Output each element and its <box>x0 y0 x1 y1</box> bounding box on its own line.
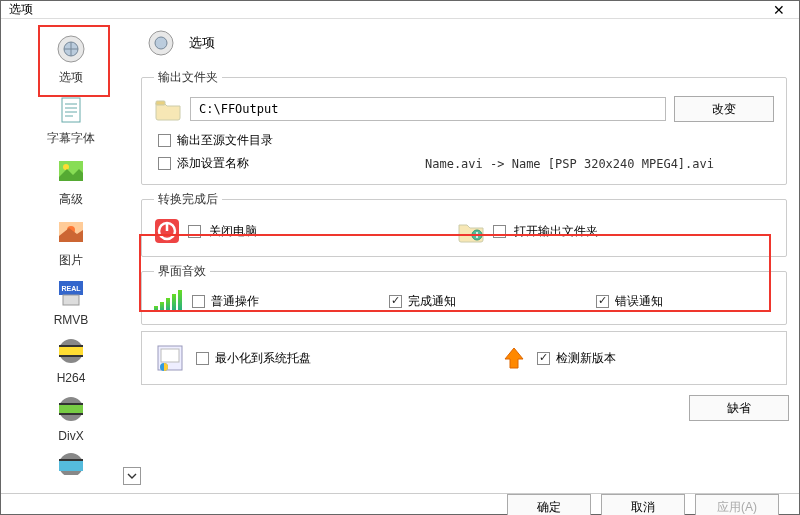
sidebar-item-picture[interactable]: 图片 <box>41 212 101 273</box>
sidebar-item-label: DivX <box>58 429 83 443</box>
shutdown-group: 关闭电脑 <box>154 218 257 244</box>
checkbox-label: 完成通知 <box>408 293 456 310</box>
film-yellow-icon <box>55 335 87 367</box>
svg-text:REAL: REAL <box>61 285 81 292</box>
real-icon: REAL <box>55 277 87 309</box>
checkbox-label: 错误通知 <box>615 293 663 310</box>
sidebar-item-rmvb[interactable]: REAL RMVB <box>41 273 101 331</box>
checkbox-label: 输出至源文件目录 <box>177 132 273 149</box>
main-panel: 选项 输出文件夹 改变 输出至源文件目录 添加设置名称 <box>141 19 799 493</box>
checkbox-label: 检测新版本 <box>556 350 616 367</box>
svg-rect-33 <box>161 349 179 362</box>
picture-sunset-icon <box>55 216 87 248</box>
update-group: 检测新版本 <box>537 350 616 367</box>
checkbox-label: 普通操作 <box>211 293 259 310</box>
svg-point-8 <box>63 164 69 170</box>
sidebar-item-more[interactable] <box>41 443 101 483</box>
checkbox-label: 添加设置名称 <box>177 155 249 172</box>
sound-row: 普通操作 完成通知 错误通知 <box>154 290 774 312</box>
after-convert-group: 转换完成后 关闭电脑 打开输出 <box>141 191 787 257</box>
output-legend: 输出文件夹 <box>154 69 222 86</box>
svg-rect-13 <box>63 295 79 305</box>
svg-rect-21 <box>59 413 83 415</box>
dialog-footer: 确定 取消 应用(A) <box>1 493 799 515</box>
checkbox-sound-normal[interactable] <box>192 295 205 308</box>
gear-globe-icon <box>145 29 177 57</box>
sound-legend: 界面音效 <box>154 263 210 280</box>
sidebar-item-subtitle-font[interactable]: 字幕字体 <box>41 90 101 151</box>
sound-error-group: 错误通知 <box>596 293 663 310</box>
picture-green-icon <box>55 155 87 187</box>
sidebar-item-label: RMVB <box>54 313 89 327</box>
checkbox-open-output[interactable] <box>493 225 506 238</box>
ui-sound-group: 界面音效 普通操作 <box>141 263 787 325</box>
sound-bars-icon <box>154 290 182 312</box>
svg-rect-20 <box>59 403 83 405</box>
output-path-row: 改变 <box>154 96 774 122</box>
sidebar-item-label: H264 <box>57 371 86 385</box>
checkbox-add-setting-name[interactable] <box>158 157 171 170</box>
svg-rect-24 <box>59 459 83 461</box>
open-folder-group: 打开输出文件夹 <box>457 219 598 243</box>
document-icon <box>55 94 87 126</box>
svg-rect-27 <box>156 101 165 105</box>
film-blue-icon <box>55 447 87 479</box>
output-folder-group: 输出文件夹 改变 输出至源文件目录 添加设置名称 Name.avi -> Nam… <box>141 69 787 185</box>
naming-example: Name.avi -> Name [PSP 320x240 MPEG4].avi <box>425 157 714 171</box>
checkbox-sound-error[interactable] <box>596 295 609 308</box>
close-button[interactable]: ✕ <box>767 2 791 18</box>
sidebar-item-options[interactable]: 选项 <box>41 29 101 90</box>
checkbox-label: 关闭电脑 <box>209 223 257 240</box>
window-title: 选项 <box>9 1 33 18</box>
sidebar-item-advanced[interactable]: 高级 <box>41 151 101 212</box>
checkbox-minimize-tray[interactable] <box>196 352 209 365</box>
checkbox-output-to-source[interactable] <box>158 134 171 147</box>
dialog-body: 选项 字幕字体 高级 图片 <box>1 19 799 493</box>
titlebar: 选项 ✕ <box>1 1 799 19</box>
folder-open-icon <box>457 219 485 243</box>
gear-globe-icon <box>55 33 87 65</box>
after-legend: 转换完成后 <box>154 191 222 208</box>
svg-rect-2 <box>62 98 80 122</box>
output-path-input[interactable] <box>190 97 666 121</box>
checkbox-label: 最小化到系统托盘 <box>215 350 311 367</box>
apply-button[interactable]: 应用(A) <box>695 494 779 515</box>
sidebar-item-label: 选项 <box>59 69 83 86</box>
sidebar-item-label: 字幕字体 <box>47 130 95 147</box>
sound-normal-group: 普通操作 <box>192 293 259 310</box>
folder-icon <box>154 97 182 121</box>
sidebar-item-label: 高级 <box>59 191 83 208</box>
checkbox-check-update[interactable] <box>537 352 550 365</box>
sidebar-item-divx[interactable]: DivX <box>41 389 101 447</box>
checkbox-sound-done[interactable] <box>389 295 402 308</box>
after-row: 关闭电脑 打开输出文件夹 <box>154 218 774 244</box>
sidebar-item-h264[interactable]: H264 <box>41 331 101 389</box>
film-green-icon <box>55 393 87 425</box>
svg-rect-17 <box>59 355 83 357</box>
svg-rect-16 <box>59 345 83 347</box>
default-button[interactable]: 缺省 <box>689 395 789 421</box>
page-title: 选项 <box>189 34 215 52</box>
power-icon <box>154 218 180 244</box>
main-header: 选项 <box>141 25 787 63</box>
sidebar-scroll-down[interactable] <box>123 467 141 485</box>
cancel-button[interactable]: 取消 <box>601 494 685 515</box>
tray-icon <box>154 342 186 374</box>
misc-wrap: 最小化到系统托盘 检测新版本 缺省 <box>141 331 787 385</box>
options-dialog: 选项 ✕ 选项 字幕字体 高级 <box>0 0 800 515</box>
ok-button[interactable]: 确定 <box>507 494 591 515</box>
svg-point-26 <box>155 37 167 49</box>
misc-group: 最小化到系统托盘 检测新版本 <box>141 331 787 385</box>
sidebar-item-label: 图片 <box>59 252 83 269</box>
change-button[interactable]: 改变 <box>674 96 774 122</box>
checkbox-shutdown[interactable] <box>188 225 201 238</box>
tray-group: 最小化到系统托盘 <box>196 350 311 367</box>
arrow-up-icon <box>501 345 527 371</box>
add-setting-name-row: 添加设置名称 Name.avi -> Name [PSP 320x240 MPE… <box>158 155 774 172</box>
sidebar: 选项 字幕字体 高级 图片 <box>1 19 141 493</box>
sound-done-group: 完成通知 <box>389 293 456 310</box>
output-to-source-row: 输出至源文件目录 <box>158 132 774 149</box>
checkbox-label: 打开输出文件夹 <box>514 223 598 240</box>
